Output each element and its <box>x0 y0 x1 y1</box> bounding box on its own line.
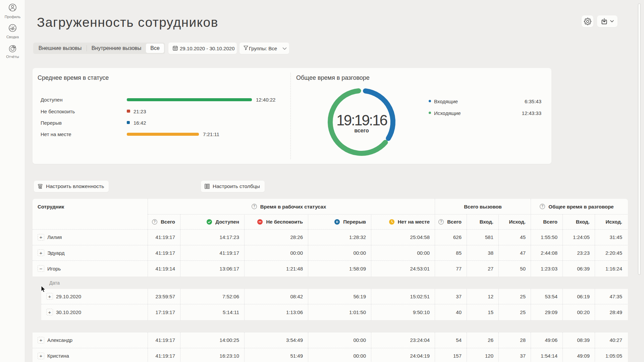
svg-text:?: ? <box>440 220 442 224</box>
svg-text:?: ? <box>154 220 156 224</box>
svg-text:?: ? <box>253 204 255 208</box>
svg-text:?: ? <box>541 204 543 208</box>
